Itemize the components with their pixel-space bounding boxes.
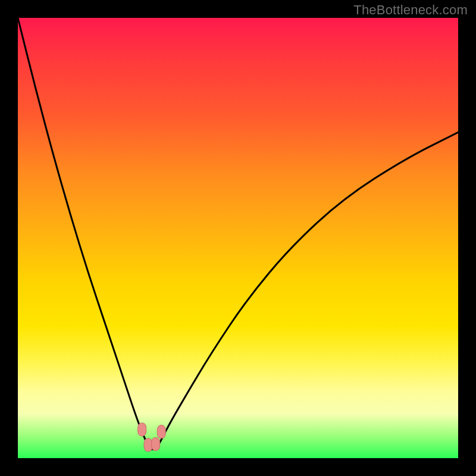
trough-marker [138, 423, 146, 436]
chart-frame: TheBottleneck.com [0, 0, 476, 476]
trough-marker [144, 439, 152, 452]
watermark-text: TheBottleneck.com [353, 2, 468, 18]
trough-marker [152, 437, 160, 450]
trough-marker [157, 425, 165, 439]
plot-area [18, 18, 458, 458]
bottleneck-curve [18, 18, 458, 458]
curve-path [18, 18, 458, 449]
